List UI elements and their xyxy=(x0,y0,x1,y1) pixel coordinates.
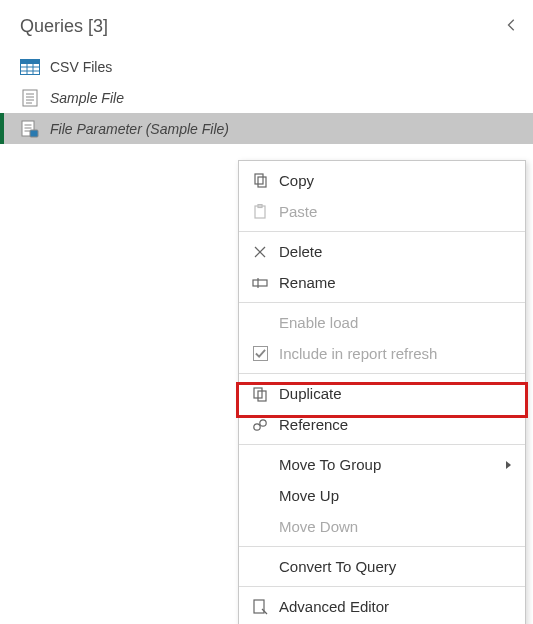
menu-label: Move Up xyxy=(273,487,515,504)
query-item-sample-file[interactable]: Sample File xyxy=(0,82,533,113)
menu-label: Paste xyxy=(273,203,515,220)
panel-title: Queries [3] xyxy=(20,16,108,37)
svg-rect-1 xyxy=(21,59,40,63)
query-label: Sample File xyxy=(50,90,124,106)
query-list: CSV Files Sample File xyxy=(0,51,533,144)
rename-icon xyxy=(247,275,273,291)
menu-include-refresh: Include in report refresh xyxy=(239,338,525,369)
menu-move-down: Move Down xyxy=(239,511,525,542)
context-menu: Copy Paste Delete Rename Enable load Inc… xyxy=(238,160,526,624)
menu-move-to-group[interactable]: Move To Group xyxy=(239,449,525,480)
menu-label: Delete xyxy=(273,243,515,260)
query-label: CSV Files xyxy=(50,59,112,75)
svg-rect-17 xyxy=(258,177,266,187)
copy-icon xyxy=(247,173,273,189)
menu-separator xyxy=(239,231,525,232)
collapse-icon[interactable] xyxy=(505,16,519,37)
menu-convert-to-query[interactable]: Convert To Query xyxy=(239,551,525,582)
svg-point-27 xyxy=(260,419,266,425)
menu-label: Move Down xyxy=(273,518,515,535)
queries-panel: Queries [3] CSV Files xyxy=(0,0,533,144)
menu-copy[interactable]: Copy xyxy=(239,165,525,196)
advanced-editor-icon xyxy=(247,599,273,615)
menu-separator xyxy=(239,444,525,445)
query-label: File Parameter (Sample File) xyxy=(50,121,229,137)
paste-icon xyxy=(247,204,273,220)
svg-rect-16 xyxy=(255,174,263,184)
query-item-csv-files[interactable]: CSV Files xyxy=(0,51,533,82)
menu-separator xyxy=(239,373,525,374)
svg-point-26 xyxy=(254,423,260,429)
menu-move-up[interactable]: Move Up xyxy=(239,480,525,511)
menu-paste: Paste xyxy=(239,196,525,227)
menu-separator xyxy=(239,586,525,587)
menu-label: Rename xyxy=(273,274,515,291)
menu-label: Duplicate xyxy=(273,385,515,402)
submenu-arrow-icon xyxy=(506,461,511,469)
panel-header: Queries [3] xyxy=(0,8,533,51)
menu-separator xyxy=(239,546,525,547)
menu-label: Move To Group xyxy=(273,456,506,473)
svg-rect-28 xyxy=(254,600,264,613)
menu-reference[interactable]: Reference xyxy=(239,409,525,440)
query-item-file-parameter[interactable]: File Parameter (Sample File) xyxy=(0,113,533,144)
svg-rect-22 xyxy=(253,280,267,286)
duplicate-icon xyxy=(247,386,273,402)
menu-label: Copy xyxy=(273,172,515,189)
menu-label: Enable load xyxy=(273,314,515,331)
table-icon xyxy=(20,58,40,76)
document-icon xyxy=(20,89,40,107)
svg-rect-6 xyxy=(23,90,37,106)
menu-rename[interactable]: Rename xyxy=(239,267,525,298)
menu-duplicate[interactable]: Duplicate xyxy=(239,378,525,409)
menu-label: Convert To Query xyxy=(273,558,515,575)
delete-icon xyxy=(247,244,273,260)
menu-label: Include in report refresh xyxy=(273,345,515,362)
menu-label: Reference xyxy=(273,416,515,433)
menu-label: Advanced Editor xyxy=(273,598,515,615)
parameter-icon xyxy=(20,120,40,138)
menu-delete[interactable]: Delete xyxy=(239,236,525,267)
menu-separator xyxy=(239,302,525,303)
menu-enable-load: Enable load xyxy=(239,307,525,338)
checkbox-checked-icon xyxy=(247,346,273,361)
reference-icon xyxy=(247,417,273,433)
menu-advanced-editor[interactable]: Advanced Editor xyxy=(239,591,525,622)
svg-rect-15 xyxy=(30,130,38,137)
